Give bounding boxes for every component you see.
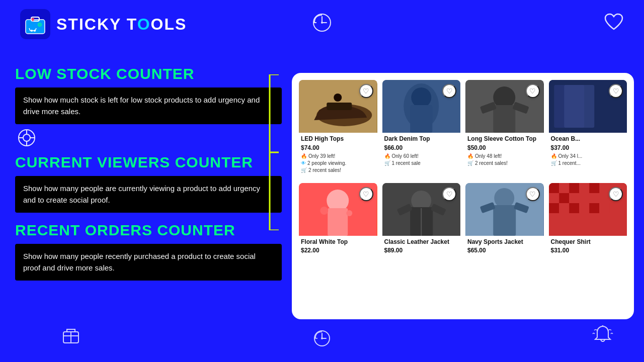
svg-rect-54 xyxy=(559,183,569,193)
cart-icon: 🛒 xyxy=(551,160,557,167)
svg-rect-58 xyxy=(549,193,559,203)
viewers-badge: 👁 2 people viewing. xyxy=(301,160,375,167)
product-grid: ♡ LED High Tops $74.00 🔥 Only 39 left! 👁… xyxy=(299,80,627,259)
product-info: Classic Leather Jacket $89.00 xyxy=(382,236,461,260)
sales-badge: 🛒 1 recent... xyxy=(551,160,625,167)
sales-text: 2 recent sales! xyxy=(308,167,341,174)
stock-badge: 🔥 Only 48 left! xyxy=(467,153,542,160)
wishlist-button[interactable]: ♡ xyxy=(526,84,540,98)
logo-icon xyxy=(20,9,50,39)
product-name: Long Sleeve Cotton Top xyxy=(467,135,542,143)
svg-rect-65 xyxy=(589,203,599,213)
product-name: Dark Denim Top xyxy=(384,135,459,143)
product-card: ♡ Chequer Shirt $31.00 xyxy=(549,183,627,260)
stock-text: Only 60 left! xyxy=(392,153,419,160)
header: STICKY TOOLS xyxy=(0,0,644,48)
product-price: $22.00 xyxy=(301,247,375,254)
fire-icon: 🔥 xyxy=(467,153,473,160)
svg-rect-35 xyxy=(564,85,594,128)
product-card: ♡ LED High Tops $74.00 🔥 Only 39 left! 👁… xyxy=(299,80,377,178)
product-info: Navy Sports Jacket $65.00 xyxy=(465,236,544,260)
logo: STICKY TOOLS xyxy=(20,9,187,39)
wishlist-button[interactable]: ♡ xyxy=(359,187,373,201)
product-card: ♡ Classic Leather Jacket $89.00 xyxy=(382,183,461,260)
low-stock-title: LOW STOCK COUNTER xyxy=(15,65,282,82)
product-name: Navy Sports Jacket xyxy=(467,238,542,246)
product-price: $31.00 xyxy=(551,247,625,254)
stock-text: Only 34 l... xyxy=(558,153,583,160)
fire-icon: 🔥 xyxy=(384,153,390,160)
sales-badge: 🛒 2 recent sales! xyxy=(467,160,542,167)
svg-rect-59 xyxy=(559,193,569,203)
sales-text: 2 recent sales! xyxy=(475,160,508,167)
stock-text: Only 39 left! xyxy=(308,153,335,160)
low-stock-section: LOW STOCK COUNTER Show how much stock is… xyxy=(15,65,282,124)
cart-icon: 🛒 xyxy=(467,160,473,167)
product-price: $37.00 xyxy=(551,144,625,151)
svg-rect-55 xyxy=(569,183,579,193)
header-heart-icon xyxy=(604,13,624,35)
svg-rect-57 xyxy=(589,183,599,193)
stock-badge: 🔥 Only 60 left! xyxy=(384,153,459,160)
logo-text: STICKY TOOLS xyxy=(56,15,187,34)
stock-badge: 🔥 Only 39 left! xyxy=(301,153,375,160)
chat-icon xyxy=(17,128,282,151)
left-panel: LOW STOCK COUNTER Show how much stock is… xyxy=(15,65,282,284)
wishlist-button[interactable]: ♡ xyxy=(442,187,456,201)
svg-rect-63 xyxy=(569,203,579,213)
product-price: $65.00 xyxy=(467,247,542,254)
svg-rect-49 xyxy=(493,205,516,236)
sales-badge: 🛒 1 recent sale xyxy=(384,160,459,167)
svg-point-40 xyxy=(346,210,352,216)
cart-icon: 🛒 xyxy=(384,160,390,167)
stock-text: Only 48 left! xyxy=(475,153,502,160)
product-info: Long Sleeve Cotton Top $50.00 🔥 Only 48 … xyxy=(465,133,544,171)
wishlist-button[interactable]: ♡ xyxy=(526,187,540,201)
product-info: Chequer Shirt $31.00 xyxy=(549,236,627,260)
svg-point-23 xyxy=(334,94,342,102)
product-price: $74.00 xyxy=(301,144,375,151)
product-name: Floral White Top xyxy=(301,238,375,246)
svg-rect-53 xyxy=(549,183,559,193)
stock-badge: 🔥 Only 34 l... xyxy=(551,153,625,160)
product-card: ♡ Floral White Top $22.00 xyxy=(299,183,377,260)
viewers-section: CURRENT VIEWERS COUNTER Show how many pe… xyxy=(15,154,282,213)
product-price: $66.00 xyxy=(384,144,459,151)
product-name: Chequer Shirt xyxy=(551,238,625,246)
svg-rect-60 xyxy=(569,193,579,203)
svg-rect-61 xyxy=(549,203,559,213)
svg-rect-66 xyxy=(599,203,609,213)
wishlist-button[interactable]: ♡ xyxy=(609,84,623,98)
recent-orders-title: RECENT ORDERS COUNTER xyxy=(15,222,282,239)
bracket-indicator xyxy=(261,74,279,230)
product-price: $50.00 xyxy=(467,144,542,151)
svg-rect-30 xyxy=(493,105,515,133)
wishlist-button[interactable]: ♡ xyxy=(442,84,456,98)
recent-orders-section: RECENT ORDERS COUNTER Show how many peop… xyxy=(15,222,282,281)
product-info: LED High Tops $74.00 🔥 Only 39 left! 👁 2… xyxy=(299,133,377,178)
eye-icon: 👁 xyxy=(301,160,306,167)
viewers-desc: Show how many people are currently viewi… xyxy=(15,176,282,213)
product-info: Ocean B... $37.00 🔥 Only 34 l... 🛒 1 rec… xyxy=(549,133,627,171)
svg-rect-56 xyxy=(579,183,589,193)
svg-point-26 xyxy=(411,87,431,108)
sales-text: 1 recent sale xyxy=(392,160,421,167)
sales-text: 1 recent... xyxy=(558,160,581,167)
svg-rect-0 xyxy=(26,20,45,34)
wishlist-button[interactable]: ♡ xyxy=(359,84,373,98)
product-info: Dark Denim Top $66.00 🔥 Only 60 left! 🛒 … xyxy=(382,133,461,171)
product-name: Classic Leather Jacket xyxy=(384,238,459,246)
bottom-bell-icon xyxy=(592,324,614,351)
svg-point-11 xyxy=(23,134,30,141)
viewers-title: CURRENT VIEWERS COUNTER xyxy=(15,154,282,171)
svg-point-39 xyxy=(320,207,328,215)
svg-point-5 xyxy=(39,24,40,25)
bottom-clock-icon xyxy=(313,329,331,351)
svg-rect-22 xyxy=(327,103,352,110)
product-name: Ocean B... xyxy=(551,135,625,143)
svg-rect-62 xyxy=(559,203,569,213)
cart-icon: 🛒 xyxy=(301,167,307,174)
wishlist-button[interactable]: ♡ xyxy=(609,187,623,201)
product-card: ♡ Navy Sports Jacket $65.00 xyxy=(465,183,544,260)
product-name: LED High Tops xyxy=(301,135,375,143)
